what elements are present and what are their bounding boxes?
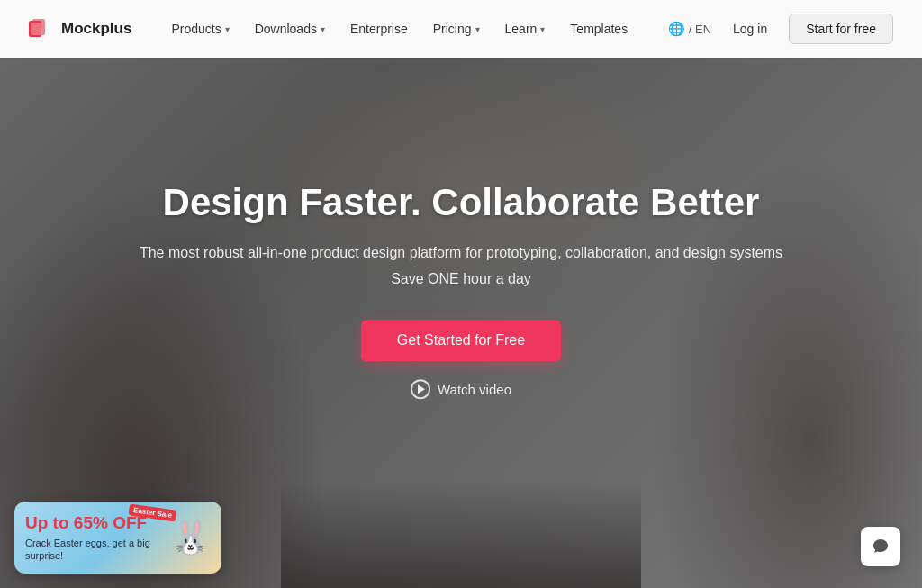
nav-label-learn: Learn: [505, 22, 538, 36]
logo-icon: [29, 19, 54, 39]
hero-title: Design Faster. Collaborate Better: [123, 180, 799, 225]
chevron-down-icon: ▾: [475, 24, 480, 34]
laptop-silhouette: [281, 480, 641, 588]
nav-item-enterprise[interactable]: Enterprise: [339, 16, 419, 41]
nav-label-products: Products: [171, 22, 221, 36]
lang-label: / EN: [689, 23, 711, 36]
chat-widget[interactable]: [861, 527, 900, 566]
login-button[interactable]: Log in: [726, 16, 774, 41]
play-triangle: [418, 385, 425, 394]
bunny-icon: 🐰: [170, 521, 211, 554]
nav-label-enterprise: Enterprise: [350, 22, 408, 36]
discount-prefix: Up to: [25, 513, 74, 532]
chevron-down-icon: ▾: [540, 24, 545, 34]
nav-label-pricing: Pricing: [433, 22, 472, 36]
chevron-down-icon: ▾: [225, 24, 230, 34]
navigation: Mockplus Products ▾ Downloads ▾ Enterpri…: [0, 0, 922, 58]
easter-sale-banner[interactable]: Up to 65% OFF Crack Easter eggs, get a b…: [14, 502, 221, 574]
nav-label-downloads: Downloads: [255, 22, 317, 36]
start-for-free-button[interactable]: Start for free: [789, 14, 893, 44]
hero-tagline: Save ONE hour a day: [123, 272, 799, 288]
watch-video-button[interactable]: Watch video: [123, 380, 799, 400]
get-started-button[interactable]: Get Started for Free: [361, 321, 561, 362]
nav-label-templates: Templates: [570, 22, 628, 36]
easter-description: Crack Easter eggs, get a big surprise!: [25, 537, 161, 563]
logo[interactable]: Mockplus: [29, 19, 131, 39]
nav-item-products[interactable]: Products ▾: [160, 16, 240, 41]
logo-text: Mockplus: [61, 20, 131, 38]
play-icon: [411, 380, 430, 400]
nav-right: 🌐 / EN Log in Start for free: [668, 14, 893, 44]
language-switcher[interactable]: 🌐 / EN: [668, 21, 711, 37]
globe-icon: 🌐: [668, 21, 685, 37]
hero-subtitle: The most robust all-in-one product desig…: [123, 241, 799, 265]
chevron-down-icon: ▾: [321, 24, 325, 34]
nav-item-downloads[interactable]: Downloads ▾: [244, 16, 336, 41]
nav-item-templates[interactable]: Templates: [559, 16, 638, 41]
easter-text: Up to 65% OFF Crack Easter eggs, get a b…: [25, 513, 161, 562]
svg-rect-2: [31, 23, 41, 35]
nav-item-learn[interactable]: Learn ▾: [494, 16, 556, 41]
discount-value: 65%: [74, 513, 108, 532]
nav-item-pricing[interactable]: Pricing ▾: [422, 16, 491, 41]
nav-links: Products ▾ Downloads ▾ Enterprise Pricin…: [160, 16, 667, 41]
hero-content: Design Faster. Collaborate Better The mo…: [123, 180, 799, 400]
chat-icon: [872, 538, 890, 556]
watch-video-label: Watch video: [438, 382, 511, 397]
